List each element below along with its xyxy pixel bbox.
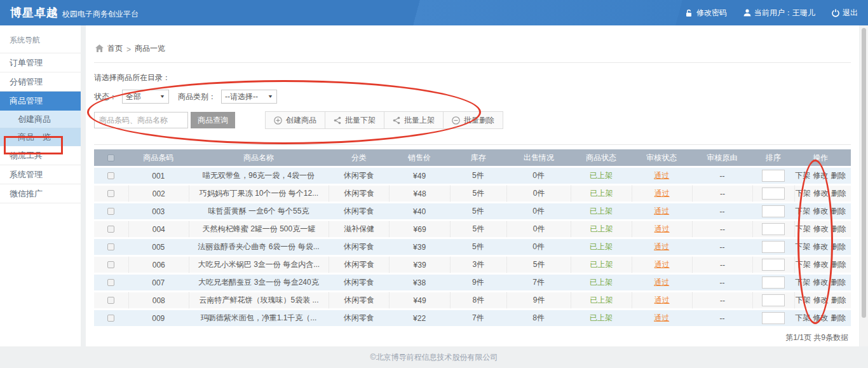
table-row: 007 大吃兄老醋蚕豆 3盒一份 每盒240克 休闲零食 ¥38 9件 7件 已… [94, 275, 851, 290]
op-edit-link[interactable]: 修改 [813, 259, 829, 270]
sort-input[interactable] [762, 312, 785, 324]
status-select[interactable]: 全部 ▼ [122, 90, 169, 104]
op-takedown-link[interactable]: 下架 [795, 313, 810, 324]
row-checkbox[interactable] [107, 279, 114, 286]
op-edit-link[interactable]: 修改 [813, 188, 829, 199]
op-takedown-link[interactable]: 下架 [796, 188, 811, 199]
audit-status-link[interactable]: 通过 [654, 188, 670, 199]
logout-button[interactable]: 退出 [832, 8, 858, 18]
cell-status: 已上架 [571, 257, 631, 273]
cell-product-code: 003 [128, 203, 189, 219]
sort-input[interactable] [762, 294, 785, 306]
op-takedown-link[interactable]: 下架 [796, 259, 811, 270]
cell-product-name: 法丽兹醇香夹心曲奇 6袋一份 每袋... [189, 239, 329, 255]
table-row: 006 大吃兄小米锅巴 3盒一份 每盒内含... 休闲零食 ¥39 3件 5件 … [94, 257, 851, 273]
create-product-button[interactable]: 创建商品 [266, 112, 325, 128]
sidebar-item-order-management[interactable]: 订单管理 [0, 53, 81, 72]
op-delete-link[interactable]: 删除 [831, 259, 846, 270]
sort-input[interactable] [762, 205, 785, 217]
op-delete-link[interactable]: 删除 [831, 295, 846, 306]
audit-status-link[interactable]: 通过 [654, 295, 670, 306]
search-input[interactable] [94, 112, 188, 128]
op-delete-link[interactable]: 删除 [831, 313, 846, 324]
op-edit-link[interactable]: 修改 [813, 295, 829, 306]
op-takedown-link[interactable]: 下架 [795, 277, 810, 288]
op-takedown-link[interactable]: 下架 [795, 242, 810, 252]
op-takedown-link[interactable]: 下架 [796, 224, 811, 235]
row-checkbox[interactable] [107, 208, 114, 215]
sidebar-item-create-product[interactable]: 创建商品 [0, 111, 81, 128]
sidebar-item-product-list[interactable]: 商品一览 [0, 128, 81, 146]
sort-input[interactable] [762, 259, 785, 271]
audit-status-link[interactable]: 通过 [654, 242, 669, 252]
sidebar-item-wechat-promotion[interactable]: 微信推广 [0, 184, 81, 203]
batch-takedown-button[interactable]: 批量下架 [325, 112, 384, 128]
row-checkbox[interactable] [107, 297, 114, 304]
cell-category: 休闲零食 [329, 292, 389, 308]
col-header-status: 商品状态 [571, 149, 631, 166]
op-edit-link[interactable]: 修改 [813, 313, 828, 324]
op-edit-link[interactable]: 修改 [813, 170, 828, 181]
op-delete-link[interactable]: 删除 [831, 242, 846, 252]
op-edit-link[interactable]: 修改 [813, 224, 829, 235]
cell-price: ¥38 [389, 275, 449, 290]
sidebar-item-distribution-management[interactable]: 分销管理 [0, 72, 81, 92]
sidebar-item-product-management[interactable]: 商品管理 [0, 92, 81, 111]
batch-delete-button[interactable]: 批量删除 [444, 112, 503, 128]
table-row: 003 味哲蛋黄酥 一盒6个 每个55克 休闲零食 ¥40 5件 0件 已上架 … [94, 203, 851, 219]
op-edit-link[interactable]: 修改 [813, 242, 828, 252]
op-edit-link[interactable]: 修改 [813, 206, 828, 217]
cell-stock: 8件 [450, 292, 506, 308]
col-header-sort: 排序 [752, 149, 794, 166]
sort-input[interactable] [762, 241, 785, 253]
col-header-sold: 出售情况 [506, 149, 571, 166]
col-header-audit: 审核状态 [632, 149, 692, 166]
footer-copyright: ©北京博导前程信息技术股份有限公司 [0, 346, 868, 368]
cell-audit-reason: -- [692, 310, 752, 326]
top-header: 博星卓越 校园电子商务创业平台 修改密码 当前用户：王珊儿 退出 [0, 0, 868, 25]
product-query-button[interactable]: 商品查询 [191, 112, 235, 128]
op-takedown-link[interactable]: 下架 [795, 206, 810, 217]
col-header-ops: 操作 [794, 149, 847, 166]
sidebar-item-logistics-tools[interactable]: 物流工具 [0, 146, 81, 165]
op-delete-link[interactable]: 删除 [831, 224, 846, 235]
row-checkbox[interactable] [107, 261, 114, 268]
cell-price: ¥69 [389, 221, 449, 237]
op-takedown-link[interactable]: 下架 [796, 295, 811, 306]
table-header-row: 商品条码 商品名称 分类 销售价 库存 出售情况 商品状态 审核状态 审核原由 … [94, 149, 851, 166]
sidebar-item-system-management[interactable]: 系统管理 [0, 165, 81, 184]
sort-input[interactable] [762, 170, 785, 182]
audit-status-link[interactable]: 通过 [654, 206, 669, 217]
op-delete-link[interactable]: 删除 [831, 188, 846, 199]
change-password-button[interactable]: 修改密码 [686, 8, 727, 18]
sort-input[interactable] [762, 223, 785, 235]
cell-product-name: 大吃兄小米锅巴 3盒一份 每盒内含... [189, 257, 329, 273]
scrollbar-thumb[interactable] [862, 28, 866, 318]
row-checkbox[interactable] [107, 226, 114, 233]
audit-status-link[interactable]: 通过 [654, 313, 669, 324]
audit-status-link[interactable]: 通过 [654, 224, 670, 235]
audit-status-link[interactable]: 通过 [654, 277, 669, 288]
cell-sold: 0件 [506, 186, 571, 201]
op-edit-link[interactable]: 修改 [813, 277, 828, 288]
select-all-checkbox[interactable] [107, 154, 114, 161]
scrollbar-track[interactable] [860, 25, 868, 346]
plus-circle-icon [274, 116, 282, 125]
op-delete-link[interactable]: 删除 [831, 277, 846, 288]
op-delete-link[interactable]: 删除 [831, 206, 846, 217]
row-checkbox[interactable] [107, 190, 114, 197]
sort-input[interactable] [762, 187, 785, 200]
breadcrumb-home-link[interactable]: 首页 [107, 43, 123, 54]
row-checkbox[interactable] [107, 172, 114, 179]
cell-operations: 下架 修改 删除 [794, 292, 847, 308]
batch-puton-button[interactable]: 批量上架 [384, 112, 444, 128]
op-delete-link[interactable]: 删除 [831, 170, 846, 181]
audit-status-link[interactable]: 通过 [654, 170, 669, 181]
table-row: 005 法丽兹醇香夹心曲奇 6袋一份 每袋... 休闲零食 ¥39 5件 0件 … [94, 239, 851, 255]
category-select[interactable]: --请选择-- ▼ [221, 90, 277, 104]
op-takedown-link[interactable]: 下架 [795, 170, 810, 181]
audit-status-link[interactable]: 通过 [654, 259, 670, 270]
row-checkbox[interactable] [107, 315, 114, 322]
sort-input[interactable] [762, 276, 785, 289]
row-checkbox[interactable] [107, 243, 114, 250]
